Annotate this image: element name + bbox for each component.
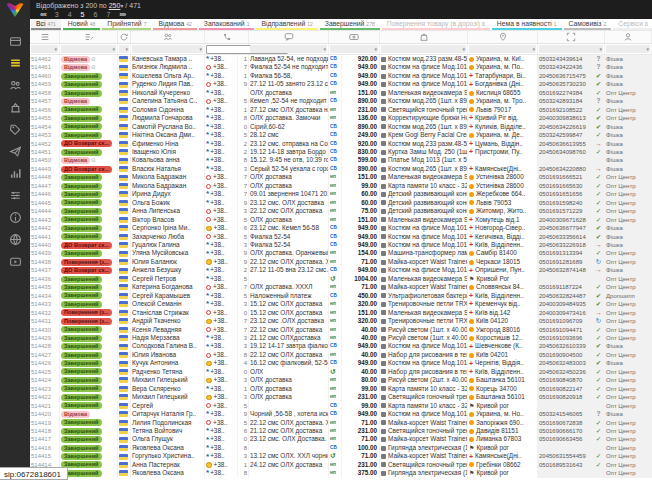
page-number-3[interactable]: 3	[55, 10, 59, 19]
table-row[interactable]: 514453ЗавершенийНікітіна Оксана Дми..*+3…	[30, 131, 652, 139]
sidebar-item-video[interactable]	[8, 254, 23, 269]
table-row[interactable]: 514433ЗавершенийОлексій Семанін*+38..315…	[30, 300, 652, 308]
tab-10[interactable]: Сервіси0	[613, 19, 652, 30]
table-row[interactable]: 514447ЗавершенийМикола Бадражан+38..7ОЛХ…	[30, 182, 652, 190]
table-row[interactable]: 514413ЗавершенийЯковлева Оксана*+38..8нп…	[30, 469, 652, 477]
table-row[interactable]: 514421ЗавершенийСергей+38..5СБ99.00Карта…	[30, 402, 652, 410]
column-header-refresh[interactable]	[118, 31, 131, 43]
sidebar-item-settings-sliders[interactable]	[8, 188, 23, 203]
table-row[interactable]: 514451ЗавершенийІващенко Юлія*+38..219.1…	[30, 148, 652, 156]
table-row[interactable]: 514434ЗавершенийСергей Карамышев*+38..5Н…	[30, 292, 652, 300]
table-row[interactable]: 514431Повернення (з...Андрій Ткаченко+38…	[30, 317, 652, 325]
table-row[interactable]: 514446ЗавершенийИрина Дидух*+38..709.01 …	[30, 190, 652, 198]
table-row[interactable]: 514452ДО Возврат ск...Єфименко Ніна*+38.…	[30, 140, 652, 148]
column-header-products[interactable]	[380, 31, 468, 43]
table-row[interactable]: 514439ЗавершенийУляна Мусійовська*+38..9…	[30, 249, 652, 257]
tab-0[interactable]: Всі471	[31, 19, 61, 30]
tab-9[interactable]: Самовивіз2	[564, 19, 612, 30]
app-logo-icon[interactable]	[7, 3, 24, 17]
table-row[interactable]: 514429ЗавершенийНадія Мерзаєва*+38..321.…	[30, 334, 652, 342]
table-row[interactable]: 514449ДО Возврат ск...Власюк Наталья*+38…	[30, 165, 652, 173]
table-row[interactable]: 514460ЗавершенийКошелева Ольга Ар..*+38.…	[30, 72, 652, 80]
table-row[interactable]: 514420ВідмоваСитарчук Наталія Гр..*+38..…	[30, 410, 652, 418]
table-row[interactable]: 514441ЗавершенийЗахарченко Люба+38..5Фиа…	[30, 233, 652, 241]
tab-6[interactable]: Завершений278	[320, 19, 380, 30]
first-page-button[interactable]: ««	[40, 10, 46, 19]
table-row[interactable]: 514440ДО Возврат ск...Гуцалюк Галина*+38…	[30, 241, 652, 249]
table-row[interactable]: 514435ЗавершенийКатерина Богданова+38..7…	[30, 283, 652, 291]
column-header-manager[interactable]	[605, 31, 652, 43]
table-row[interactable]: 514436ЗавершенийСергей Петров*+38..5↺100…	[30, 275, 652, 283]
last-page-button[interactable]: »»	[119, 10, 125, 19]
table-row[interactable]: 514415ЗавершенийГоргулько Христина..*+38…	[30, 452, 652, 460]
sidebar-item-info[interactable]	[8, 210, 23, 225]
table-row[interactable]: 514423ЗавершенийВера Скляренко*+38..1ОЛХ…	[30, 385, 652, 393]
column-header-tracking[interactable]	[538, 31, 605, 43]
table-row[interactable]: 514428ЗавершенийСолодкова Галина В..*+38…	[30, 342, 652, 350]
filter-dropdown-8[interactable]: ▾	[469, 45, 536, 53]
filter-dropdown-6[interactable]: ▾	[330, 45, 378, 53]
sidebar-item-browser[interactable]	[8, 232, 23, 247]
page-number-6[interactable]: 6	[94, 10, 98, 19]
filter-dropdown-3[interactable]: ▾	[132, 45, 203, 53]
sidebar-item-send[interactable]	[8, 144, 23, 159]
column-header-location[interactable]	[468, 31, 538, 43]
chevron-down-icon[interactable]: ▾	[120, 3, 123, 9]
column-header-status-list[interactable]	[60, 31, 118, 43]
filter-dropdown-0[interactable]: ▾	[31, 45, 58, 53]
table-row[interactable]: 514416ЗавершенийЯковлева Оксана*+38..8СБ…	[30, 444, 652, 452]
sidebar-item-tags[interactable]	[8, 122, 23, 137]
table-row[interactable]: 514445ЗавершенийОльга Божик*+38..923.12 …	[30, 199, 652, 207]
table-row[interactable]: 514442ЗавершенийСергіонко Іріна Ми..+38.…	[30, 224, 652, 232]
tab-7[interactable]: Повернення товару (в дорозі)0	[382, 19, 490, 30]
filter-dropdown-1[interactable]: ▾	[61, 45, 116, 53]
table-row[interactable]: 514432Повернення (з...Станіслав Стрижак+…	[30, 309, 652, 317]
page-size-select[interactable]: 250	[109, 2, 121, 9]
table-row[interactable]: 514414ЗавершенийАнна Пастернак+38..124.1…	[30, 461, 652, 469]
sidebar-item-orders[interactable]	[8, 56, 23, 71]
table-row[interactable]: 514454ЗавершенийСамотій Руслана Во..*+38…	[30, 123, 652, 131]
table-row[interactable]: 514456ЗавершенийСоломія Сідоніна*+38..12…	[30, 106, 652, 114]
filter-dropdown-10[interactable]: ▾	[606, 45, 650, 53]
column-header-money[interactable]	[329, 31, 380, 43]
table-row[interactable]: 514424ЗавершенийМихаил Гилецький+38..3ОЛ…	[30, 376, 652, 384]
sidebar-item-clients[interactable]	[8, 78, 23, 93]
tab-2[interactable]: Прийнятий7	[102, 19, 151, 30]
table-row[interactable]: 514461Відмова⊙Близнюк Людмила ..+38..7Фи…	[30, 63, 652, 71]
table-row[interactable]: 514457ВідмоваСалепина Татьяна С..+38..5К…	[30, 97, 652, 105]
table-row[interactable]: 514458ЗавершенийНиколай Кучеренко*+38..О…	[30, 89, 652, 97]
table-row[interactable]: 514430ЗавершенийКсенія Левадняя+38..722.…	[30, 326, 652, 334]
filter-dropdown-5[interactable]: ▾	[250, 45, 327, 53]
column-header-phone[interactable]	[205, 31, 249, 43]
tab-4[interactable]: Запакований1	[199, 19, 255, 30]
table-row[interactable]: 514427ЗавершенийЮлия Иванова+38..822.12 …	[30, 351, 652, 359]
table-row[interactable]: 514422ЗавершенийМихаил Гилецький+38..3ОЛ…	[30, 393, 652, 401]
table-row[interactable]: 514443ЗавершенийВіктор Власов+38..5ОЛХ д…	[30, 216, 652, 224]
table-row[interactable]: 514425ЗавершенийРадченко Тетяна*+38..0ОЛ…	[30, 368, 652, 376]
sidebar-item-stats[interactable]	[8, 166, 23, 181]
table-row[interactable]: 514459ЗавершенийРуденко Лидия Пав..+38..…	[30, 80, 652, 88]
table-row[interactable]: 514437ДО Возврат ск...Анжела Безушку*+38…	[30, 266, 652, 274]
table-row[interactable]: 514426ЗавершенийКучук Антонина+38..416.1…	[30, 359, 652, 367]
table-row[interactable]: 514450Відмова⊙Ковальова анна*+38..815.12…	[30, 156, 652, 164]
table-row[interactable]: 514418ЗавершенийТетяна Войтович*+38..621…	[30, 427, 652, 435]
table-row[interactable]: 514419ЗавершенийЛилия Подолинская+38..52…	[30, 418, 652, 426]
table-row[interactable]: 514448ЗавершенийМикола Бадражан+38..7ОЛХ…	[30, 173, 652, 181]
table-row[interactable]: 514444ЗавершенийАнна Липенська+38..322.1…	[30, 207, 652, 215]
sidebar-item-dashboard[interactable]	[8, 34, 23, 49]
column-header-comment[interactable]	[249, 31, 329, 43]
column-header-rows[interactable]	[30, 31, 60, 43]
table-row[interactable]: 514462Відмова⊙Каневська Тамара ..*+38..1…	[30, 55, 652, 63]
sidebar-item-company[interactable]	[8, 100, 23, 115]
table-row[interactable]: 514417ЗавершенийОльга Глущук*+38..023.12…	[30, 435, 652, 443]
page-number-4[interactable]: 4	[68, 10, 72, 19]
tab-8[interactable]: Нема в наявності1	[492, 19, 562, 30]
page-number-5[interactable]: 5	[81, 10, 85, 19]
tab-5[interactable]: Відправлений12	[256, 19, 317, 30]
page-number-7[interactable]: 7	[106, 10, 110, 19]
column-header-clients[interactable]	[131, 31, 205, 43]
table-row[interactable]: 514438Повернення (з...Юлия Баланюк+38..9…	[30, 258, 652, 266]
filter-dropdown-9[interactable]: ▾	[539, 45, 603, 53]
filter-dropdown-7[interactable]: ▾	[381, 45, 466, 53]
tab-1[interactable]: Новий48	[63, 19, 100, 30]
